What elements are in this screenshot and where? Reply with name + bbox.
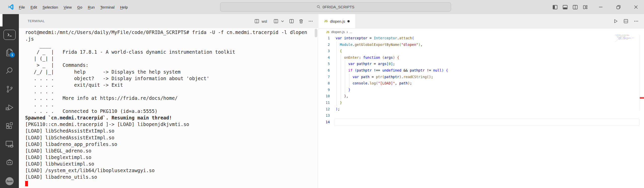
activity-item-run-debug[interactable]: [0, 102, 19, 113]
code-line: 7 var path = ptr(pathptr).readCString();: [318, 74, 644, 80]
activity-item-chat[interactable]: [0, 156, 19, 168]
panel-title: TERMINAL: [28, 14, 45, 28]
search-icon: [317, 5, 320, 9]
terminal-line: [LOAD] libadreno_app_profiles.so: [25, 141, 318, 147]
terminal-line: . . . . exit/quit -> Exit: [25, 82, 318, 88]
terminal-line: [LOAD] libeglextimpl.so: [25, 154, 318, 161]
code-line: 3 {: [318, 48, 644, 54]
robot-icon: [5, 158, 14, 167]
terminal-tab-icon[interactable]: [254, 19, 259, 24]
line-number: 13: [318, 112, 330, 119]
editor-pane[interactable]: JS dlopen.js › ... 1var interceptor = In…: [318, 28, 644, 188]
terminal-line: /_/ |_| help -> Displays the help system: [25, 69, 318, 75]
new-terminal-icon[interactable]: [273, 19, 278, 24]
breadcrumb-chevron-icon: ›: [347, 31, 348, 33]
terminal-line: . . . .: [25, 101, 318, 108]
terminal-line: [LOAD] libSchedAssistExtImpl.so: [25, 134, 318, 141]
activity-item-source-control[interactable]: [0, 83, 19, 95]
activity-item-json[interactable]: Json: [0, 175, 19, 187]
toggle-sidebar-icon[interactable]: [552, 5, 558, 10]
restore-button[interactable]: [610, 0, 627, 14]
terminal-line: . . . .: [25, 88, 318, 95]
code-line: 10 },: [318, 93, 644, 100]
js-file-icon: JS: [324, 19, 328, 23]
editor-tab-dlopen[interactable]: JS dlopen.js: [318, 14, 355, 28]
breadcrumb-symbol[interactable]: ...: [350, 30, 352, 34]
kill-terminal-trash-icon[interactable]: [299, 19, 304, 24]
panel-and-tab-strip: TERMINAL wsl JS dlopen.js: [19, 14, 644, 28]
terminal-cursor: [25, 181, 28, 186]
activity-item-terminal[interactable]: [0, 29, 19, 41]
menu-terminal[interactable]: Terminal: [98, 5, 117, 9]
json-icon: Json: [6, 177, 14, 185]
menu-edit[interactable]: Edit: [28, 5, 40, 9]
terminal-line: [PKG110::cn.medmi.tracerpid ]-> [LOAD] l…: [25, 121, 318, 128]
terminal-line: [LOAD] libadreno_utils.so: [25, 174, 318, 180]
terminal-line: root@medmi:/mnt/c/Users/daily/MyFile/cod…: [25, 29, 318, 36]
search-query-text: 0FRIDA_SCRIPTS: [323, 5, 354, 9]
code-area[interactable]: 1var interceptor = Interceptor.attach(2 …: [318, 35, 644, 125]
terminal-line: > _ | Commands:: [25, 62, 318, 68]
minimize-button[interactable]: [592, 0, 610, 14]
code-line: 2 Module.getGlobalExportByName("dlopen")…: [318, 42, 644, 48]
terminal-tab-label[interactable]: wsl: [262, 19, 267, 23]
command-center-search[interactable]: 0FRIDA_SCRIPTS: [220, 2, 451, 12]
line-number: 3: [318, 48, 330, 54]
terminal-line: [LOAD] /system_ext/lib64/liboplusextzawg…: [25, 167, 318, 174]
split-editor-icon[interactable]: [623, 19, 628, 24]
line-number: 11: [318, 100, 330, 106]
modified-dot-icon[interactable]: [347, 20, 350, 22]
code-line: 13: [318, 112, 644, 119]
code-line: 9 }: [318, 87, 644, 93]
terminal-scrollbar-thumb[interactable]: [315, 29, 317, 37]
layout-controls: [552, 0, 588, 14]
overview-ruler: [640, 35, 640, 111]
menu-selection[interactable]: Selection: [40, 5, 61, 9]
vscode-window: FileEditSelectionViewGoRunTerminalHelp 0…: [0, 0, 644, 188]
terminal-line: Spawned `cn.medmi.tracerpid`. Resuming m…: [25, 114, 318, 121]
terminal-more-actions-icon[interactable]: [308, 19, 313, 24]
breadcrumb[interactable]: JS dlopen.js › ...: [326, 28, 352, 35]
line-number: 9: [318, 87, 330, 93]
terminal-output[interactable]: root@medmi:/mnt/c/Users/daily/MyFile/cod…: [19, 28, 318, 188]
terminal-actions: wsl: [254, 14, 313, 28]
toggle-secondary-sidebar-icon[interactable]: [573, 5, 578, 10]
vscode-logo-icon: [8, 4, 14, 10]
activity-item-search[interactable]: [0, 65, 19, 77]
run-file-icon[interactable]: [613, 19, 618, 24]
code-line: 8 console.log("[LOAD]", path);: [318, 80, 644, 87]
line-number: 7: [318, 74, 330, 80]
close-button[interactable]: [627, 0, 644, 14]
extensions-icon: [5, 121, 14, 131]
toggle-panel-icon[interactable]: [562, 5, 568, 10]
tab-label: dlopen.js: [330, 19, 345, 23]
terminal-icon: [4, 30, 16, 40]
terminal-line: ____: [25, 42, 318, 49]
terminal-line: / _ | Frida 17.8.1 - A world-class dynam…: [25, 49, 318, 55]
js-file-icon: JS: [326, 30, 329, 34]
line-number: 12: [318, 106, 330, 113]
line-number: 1: [318, 35, 330, 42]
code-line: 11 }: [318, 100, 644, 106]
split-terminal-icon[interactable]: [289, 19, 294, 24]
search-icon: [5, 66, 14, 76]
activity-item-remote-explorer[interactable]: [0, 138, 19, 150]
minimap[interactable]: var interceptor = Interceptor.attach( Mo…: [615, 35, 640, 46]
activity-item-extensions[interactable]: [0, 120, 19, 132]
activity-item-explorer[interactable]: 1: [0, 47, 19, 58]
breadcrumb-file[interactable]: dlopen.js: [331, 30, 345, 34]
terminal-line: [LOAD] libEGL_adreno.so: [25, 147, 318, 154]
terminal-line: . . . . Connected to PKG110 (id=a.a:5555…: [25, 108, 318, 114]
menu-view[interactable]: View: [61, 5, 74, 9]
line-number: 2: [318, 42, 330, 48]
editor-actions: [613, 14, 639, 28]
menu-help[interactable]: Help: [117, 5, 131, 9]
editor-more-actions-icon[interactable]: [634, 19, 639, 24]
chevron-down-icon[interactable]: [281, 19, 284, 23]
menu-file[interactable]: File: [16, 5, 28, 9]
menu-go[interactable]: Go: [74, 5, 85, 9]
activity-bar: 1: [0, 14, 19, 188]
customize-layout-icon[interactable]: [583, 5, 588, 10]
menu-run[interactable]: Run: [85, 5, 98, 9]
terminal-line: .js: [25, 36, 318, 42]
